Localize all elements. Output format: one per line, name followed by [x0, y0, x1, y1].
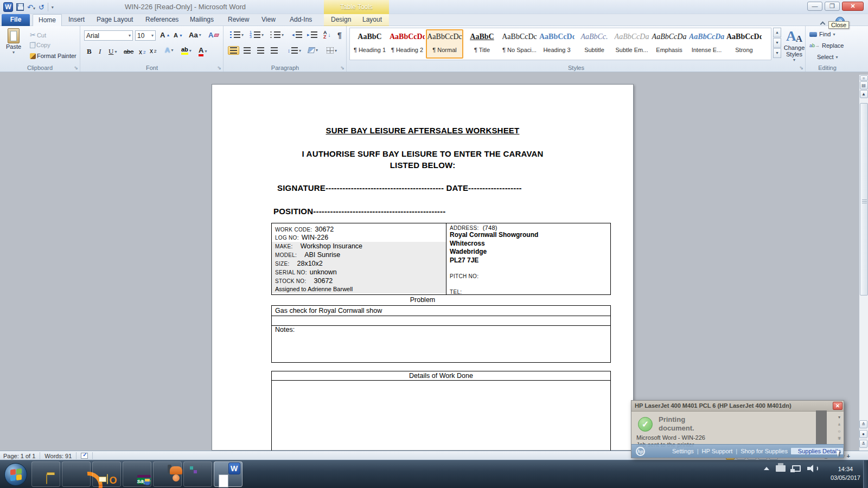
style-emphasis[interactable]: AaBbCcDaEmphasis	[650, 29, 688, 59]
borders-button[interactable]: ▾	[325, 47, 339, 54]
tab-review[interactable]: Review	[222, 14, 254, 26]
style-strong[interactable]: AaBbCcDdStrong	[725, 29, 763, 59]
style-title[interactable]: AaBbC¶ Title	[463, 29, 501, 59]
style-subtitle[interactable]: AaBbCc.Subtitle	[576, 29, 613, 59]
change-styles-button[interactable]: AA Change Styles ▾	[783, 28, 805, 62]
change-case-button[interactable]: Aa▾	[187, 30, 203, 40]
redo-icon[interactable]: ↺	[39, 3, 44, 11]
tab-page-layout[interactable]: Page Layout	[91, 14, 138, 26]
styles-dialog-launcher[interactable]: ⇘	[799, 65, 803, 70]
bold-button[interactable]: B	[85, 47, 93, 56]
styles-more-button[interactable]: ▼	[773, 48, 781, 58]
styles-scroll-up[interactable]: ▲	[773, 28, 781, 37]
paste-button[interactable]: Paste ▾	[3, 28, 24, 55]
format-painter-button[interactable]: Format Painter	[28, 52, 78, 60]
popup-side-buttons[interactable]: ▾±○∓	[836, 414, 843, 442]
style-heading2[interactable]: AaBbCcDd¶ Heading 2	[388, 29, 426, 59]
popup-title-bar[interactable]: HP LaserJet 400 M401 PCL 6 (HP LaserJet …	[631, 401, 844, 412]
line-spacing-button[interactable]: ↕▾	[286, 47, 303, 54]
taskbar-explorer-button[interactable]	[31, 461, 60, 487]
settings-link[interactable]: Settings	[672, 448, 694, 454]
split-handle[interactable]: =	[860, 75, 868, 81]
volume-tray-icon[interactable]	[807, 465, 816, 472]
find-button[interactable]: Find▾	[809, 29, 835, 39]
underline-button[interactable]: U▾	[107, 47, 118, 56]
close-button[interactable]: ✕	[842, 2, 864, 11]
shrink-font-button[interactable]: A▼	[172, 31, 184, 39]
taskbar-outlook-button[interactable]	[92, 461, 121, 487]
taskbar-gridapp-button[interactable]	[183, 461, 212, 487]
show-desktop-button[interactable]	[863, 460, 868, 488]
multilevel-list-button[interactable]: ▾	[269, 31, 285, 38]
justify-button[interactable]	[269, 47, 279, 54]
spellcheck-icon[interactable]	[81, 453, 88, 459]
decrease-indent-button[interactable]: ◂	[290, 31, 304, 38]
vertical-scrollbar[interactable]: = ▤ ▲ ≙ ● ≚	[859, 75, 868, 451]
highlight-button[interactable]: ab▾	[180, 46, 193, 55]
text-effects-button[interactable]: A▾	[163, 46, 175, 55]
select-button[interactable]: Select▾	[809, 52, 838, 62]
taskbar-contacts-button[interactable]	[153, 461, 182, 487]
superscript-button[interactable]: x2	[148, 47, 158, 55]
subscript-button[interactable]: x2	[137, 48, 147, 56]
font-color-button[interactable]: A▾	[197, 46, 208, 57]
undo-icon[interactable]: ↶▾	[27, 3, 35, 11]
shading-button[interactable]: ▾	[307, 47, 320, 54]
tab-references[interactable]: References	[140, 14, 184, 26]
clipboard-dialog-launcher[interactable]: ⇘	[74, 65, 78, 70]
tab-design[interactable]: Design	[326, 14, 356, 26]
tab-insert[interactable]: Insert	[63, 14, 90, 26]
next-page-button[interactable]: ≚	[859, 440, 867, 448]
style-intense-emphasis[interactable]: AaBbCcDaIntense E...	[688, 29, 725, 59]
replace-button[interactable]: ab→ Replace	[809, 41, 844, 50]
document-page[interactable]: SURF BAY LEISURE AFTERSALES WORKSHEET I …	[212, 84, 634, 451]
paragraph-dialog-launcher[interactable]: ⇘	[340, 65, 344, 70]
strikethrough-button[interactable]: abe	[122, 48, 135, 55]
bullets-button[interactable]: ▾	[228, 31, 245, 38]
printer-tray-icon[interactable]	[776, 465, 786, 472]
taskbar-sage-button[interactable]: sage	[123, 461, 151, 487]
font-family-combo[interactable]: Arial▾	[84, 30, 133, 41]
style-normal[interactable]: AaBbCcDc¶ Normal	[426, 29, 463, 59]
font-size-combo[interactable]: 10▾	[135, 30, 156, 41]
zoom-in-icon[interactable]: +	[847, 453, 850, 459]
minimize-ribbon-icon[interactable]	[821, 18, 825, 28]
align-left-button[interactable]	[228, 46, 239, 55]
select-browse-object-button[interactable]: ●	[859, 430, 867, 438]
increase-indent-button[interactable]: ▸	[305, 31, 319, 38]
tab-file[interactable]: File	[2, 14, 30, 26]
show-hide-marks-button[interactable]: ¶	[336, 30, 343, 40]
font-dialog-launcher[interactable]: ⇘	[217, 65, 221, 70]
popup-close-icon[interactable]: ✕	[833, 402, 843, 410]
network-tray-icon[interactable]	[792, 465, 801, 472]
clear-formatting-button[interactable]: A	[207, 30, 220, 40]
previous-page-button[interactable]: ≙	[859, 420, 867, 428]
supplies-details-link[interactable]: Supplies Details	[791, 448, 843, 454]
tab-view[interactable]: View	[256, 14, 281, 26]
tab-layout[interactable]: Layout	[357, 14, 387, 26]
sort-button[interactable]: AZ↓	[322, 30, 333, 40]
hidden-icons-chevron[interactable]	[764, 467, 769, 470]
style-no-spacing[interactable]: AaBbCcDc¶ No Spaci...	[501, 29, 538, 59]
align-center-button[interactable]	[242, 47, 252, 54]
cut-button[interactable]: ✂ Cut	[28, 30, 48, 40]
tab-home[interactable]: Home	[33, 14, 62, 26]
start-button[interactable]	[4, 463, 27, 486]
taskbar-word-button[interactable]: W	[214, 461, 242, 487]
style-heading3[interactable]: AaBbCcDdHeading 3	[538, 29, 576, 59]
taskbar-firefox-button[interactable]	[62, 461, 91, 487]
page-count[interactable]: Page: 1 of 1	[3, 453, 35, 459]
taskbar-clock[interactable]: 14:34 03/05/2017	[831, 465, 860, 482]
word-app-icon[interactable]: W	[3, 2, 13, 12]
scrollbar-thumb[interactable]	[860, 103, 868, 296]
align-right-button[interactable]	[256, 47, 266, 54]
shop-supplies-link[interactable]: Shop for Supplies	[736, 448, 788, 454]
tab-mailings[interactable]: Mailings	[184, 14, 219, 26]
grow-font-button[interactable]: A▲	[158, 30, 171, 40]
copy-button[interactable]: Copy	[28, 41, 52, 49]
restore-button[interactable]: ❐	[825, 2, 840, 11]
word-count[interactable]: Words: 91	[44, 453, 72, 459]
hp-support-link[interactable]: HP Support	[697, 448, 733, 454]
minimize-button[interactable]: —	[807, 2, 822, 11]
numbering-button[interactable]: 1 2 3▾	[248, 31, 265, 38]
